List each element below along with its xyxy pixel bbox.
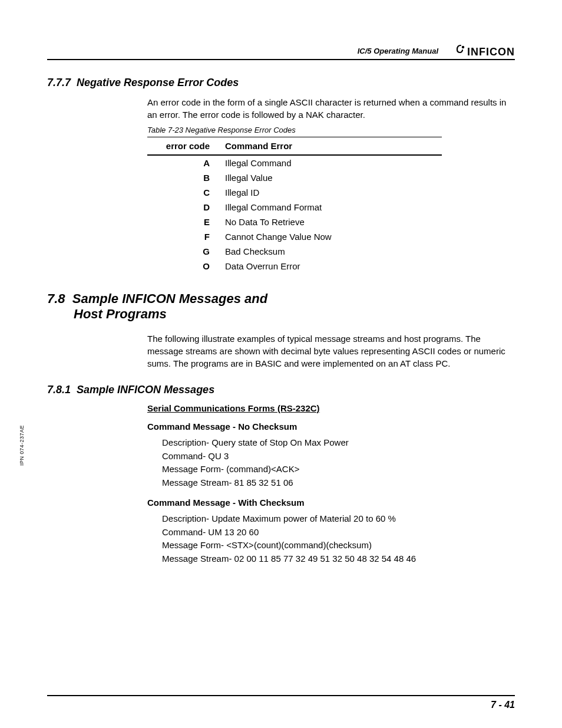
section-title: Negative Response Error Codes — [77, 77, 239, 88]
page-content: IC/5 Operating Manual INFICON IPN 074-23… — [47, 41, 515, 693]
section-7-8-heading: 7.8 Sample INFICON Messages and Host Pro… — [47, 291, 515, 322]
footer-rule — [47, 695, 515, 696]
cell-error: Illegal Command — [222, 155, 442, 170]
manual-name: IC/5 Operating Manual — [358, 47, 438, 55]
section-title-line1: Sample INFICON Messages and — [72, 291, 267, 306]
cell-error: Data Overrun Error — [222, 259, 442, 274]
table-row: OData Overrun Error — [147, 259, 442, 274]
cell-code: C — [147, 185, 222, 200]
cell-error: Bad Checksum — [222, 244, 442, 259]
svg-point-0 — [462, 46, 464, 48]
cell-error: Cannot Change Value Now — [222, 229, 442, 244]
table-row: FCannot Change Value Now — [147, 229, 442, 244]
table-row: BIllegal Value — [147, 170, 442, 185]
logo-text: INFICON — [467, 46, 515, 58]
brand-logo: INFICON — [455, 45, 515, 59]
table-7-23-caption: Table 7-23 Negative Response Error Codes — [147, 126, 515, 134]
cell-code: B — [147, 170, 222, 185]
msg-with-checksum-title: Command Message - With Checksum — [147, 498, 515, 508]
msg-with-checksum-block: Description- Update Maximum power of Mat… — [162, 512, 515, 565]
section-7-7-7-heading: 7.7.7 Negative Response Error Codes — [47, 77, 515, 89]
table-row: ENo Data To Retrieve — [147, 215, 442, 229]
cell-error: Illegal Command Format — [222, 200, 442, 215]
document-part-number: IPN 074-237AE — [19, 425, 25, 466]
msg-line: Description- Query state of Stop On Max … — [162, 436, 515, 450]
cell-code: F — [147, 229, 222, 244]
msg-line: Description- Update Maximum power of Mat… — [162, 512, 515, 526]
msg-line: Command- QU 3 — [162, 450, 515, 463]
cell-code: A — [147, 155, 222, 170]
table-row: GBad Checksum — [147, 244, 442, 259]
table-row: AIllegal Command — [147, 155, 442, 170]
section-7-8-para: The following illustrate examples of typ… — [147, 332, 515, 370]
msg-line: Message Stream- 02 00 11 85 77 32 49 51 … — [162, 552, 515, 566]
cell-code: O — [147, 259, 222, 274]
table-row: CIllegal ID — [147, 185, 442, 200]
table-header-row: error code Command Error — [147, 137, 442, 156]
body-content: 7.7.7 Negative Response Error Codes An e… — [47, 77, 515, 565]
section-title: Sample INFICON Messages — [77, 384, 214, 396]
msg-no-checksum-block: Description- Query state of Stop On Max … — [162, 436, 515, 489]
logo-swirl-icon — [455, 44, 466, 58]
section-number: 7.8 — [47, 291, 65, 306]
cell-code: E — [147, 215, 222, 229]
error-code-table: error code Command Error AIllegal Comman… — [147, 137, 442, 274]
header-rule: IC/5 Operating Manual INFICON — [47, 41, 515, 60]
table-row: DIllegal Command Format — [147, 200, 442, 215]
cell-code: D — [147, 200, 222, 215]
cell-error: Illegal Value — [222, 170, 442, 185]
msg-line: Message Form- <STX>(count)(command)(chec… — [162, 539, 515, 552]
section-7-8-1-heading: 7.8.1 Sample INFICON Messages — [47, 384, 515, 396]
section-7-7-7-para: An error code in the form of a single AS… — [147, 96, 515, 121]
page-number: 7 - 41 — [491, 700, 515, 710]
cell-code: G — [147, 244, 222, 259]
section-number: 7.7.7 — [47, 77, 71, 88]
col-error-code: error code — [147, 137, 222, 156]
msg-no-checksum-title: Command Message - No Checksum — [147, 421, 515, 431]
msg-line: Message Stream- 81 85 32 51 06 — [162, 476, 515, 490]
cell-error: No Data To Retrieve — [222, 215, 442, 229]
cell-error: Illegal ID — [222, 185, 442, 200]
msg-line: Command- UM 13 20 60 — [162, 526, 515, 539]
section-title-line2: Host Programs — [47, 307, 515, 322]
col-command-error: Command Error — [222, 137, 442, 156]
serial-comm-subheading: Serial Communications Forms (RS-232C) — [147, 403, 515, 413]
msg-line: Message Form- (command)<ACK> — [162, 463, 515, 476]
section-number: 7.8.1 — [47, 384, 71, 396]
